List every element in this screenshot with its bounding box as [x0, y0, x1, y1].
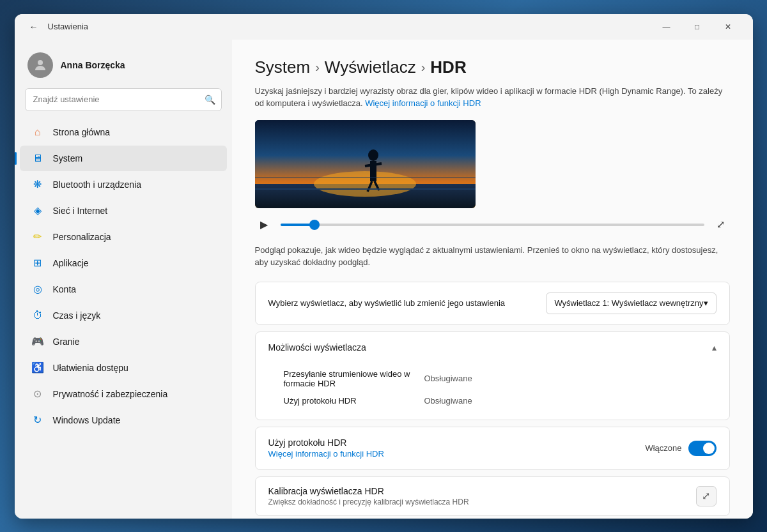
calibration-external-link[interactable]: ⤢	[696, 486, 717, 506]
search-icon: 🔍	[205, 95, 215, 105]
breadcrumb-system: System	[255, 57, 311, 77]
sidebar-item-time[interactable]: ⏱Czas i język	[20, 303, 227, 328]
privacy-icon: ⊙	[30, 386, 45, 402]
gaming-icon: 🎮	[30, 334, 45, 349]
sidebar-item-home[interactable]: ⌂Strona główna	[20, 119, 227, 145]
sidebar-item-label-system: System	[53, 153, 83, 163]
sidebar-item-label-personalization: Personalizacja	[53, 232, 111, 242]
capability-row: Użyj protokołu HDRObsługiwane	[268, 392, 717, 409]
capability-row: Przesyłanie strumieniowe wideo w formaci…	[268, 365, 717, 392]
settings-window: ← Ustawienia — □ ✕ Anna Borzęcka 🔍	[15, 14, 753, 519]
titlebar-controls: — □ ✕	[652, 17, 743, 37]
display-selector-card: Wybierz wyświetlacz, aby wyświetlić lub …	[255, 282, 730, 325]
sidebar-item-label-gaming: Granie	[53, 337, 80, 347]
calibration-title: Kalibracja wyświetlacza HDR	[268, 486, 696, 496]
calibration-desc: Zwiększ dokładność i precyzję kalibracji…	[268, 498, 696, 506]
search-box: 🔍	[25, 88, 222, 111]
toggle-info: Użyj protokołu HDR Więcej informacji o f…	[268, 437, 646, 459]
minimize-button[interactable]: —	[652, 17, 681, 37]
sidebar-item-personalization[interactable]: ✏Personalizacja	[20, 224, 227, 250]
titlebar-title: Ustawienia	[48, 22, 89, 31]
breadcrumb-display: Wyświetlacz	[325, 57, 416, 77]
capabilities-header[interactable]: Możliwości wyświetlacza ▴	[256, 332, 729, 363]
sidebar-item-label-home: Strona główna	[53, 127, 111, 137]
sidebar-item-label-apps: Aplikacje	[53, 258, 89, 268]
nav-list: ⌂Strona główna🖥System❋Bluetooth i urządz…	[15, 119, 232, 434]
titlebar: ← Ustawienia — □ ✕	[15, 14, 753, 40]
dropdown-chevron: ▾	[704, 298, 708, 308]
sidebar: Anna Borzęcka 🔍 ⌂Strona główna🖥System❋Bl…	[15, 40, 232, 519]
sidebar-item-label-update: Windows Update	[53, 415, 121, 425]
fullscreen-button[interactable]: ⤢	[712, 216, 730, 234]
sidebar-item-label-network: Sieć i Internet	[53, 206, 108, 216]
sidebar-item-privacy[interactable]: ⊙Prywatność i zabezpieczenia	[20, 381, 227, 407]
page-description: Uzyskaj jaśniejszy i bardziej wyrazisty …	[255, 85, 730, 110]
main-content: System › Wyświetlacz › HDR Uzyskaj jaśni…	[232, 40, 753, 519]
hdr-info-link[interactable]: Więcej informacji o funkcji HDR	[365, 98, 481, 108]
calibration-card: Kalibracja wyświetlacza HDR Zwiększ dokł…	[255, 476, 730, 516]
personalization-icon: ✏	[30, 229, 45, 245]
maximize-button[interactable]: □	[683, 17, 712, 37]
sidebar-item-network[interactable]: ◈Sieć i Internet	[20, 198, 227, 224]
sidebar-item-label-bluetooth: Bluetooth i urządzenia	[53, 179, 142, 190]
svg-point-3	[314, 171, 416, 197]
video-preview	[255, 120, 476, 208]
capability-label: Użyj protokołu HDR	[284, 396, 424, 406]
sidebar-item-gaming[interactable]: 🎮Granie	[20, 329, 227, 354]
username: Anna Borzęcka	[61, 60, 125, 70]
capabilities-chevron: ▴	[712, 342, 717, 353]
sidebar-item-accounts[interactable]: ◎Konta	[20, 277, 227, 302]
sidebar-item-accessibility[interactable]: ♿Ułatwienia dostępu	[20, 355, 227, 381]
breadcrumb-sep-2: ›	[421, 60, 426, 75]
close-button[interactable]: ✕	[713, 17, 743, 37]
sidebar-item-label-accessibility: Ułatwienia dostępu	[53, 363, 128, 373]
system-icon: 🖥	[30, 151, 45, 166]
capabilities-section: Przesyłanie strumieniowe wideo w formaci…	[256, 363, 729, 420]
content-area: Anna Borzęcka 🔍 ⌂Strona główna🖥System❋Bl…	[15, 40, 753, 519]
capability-label: Przesyłanie strumieniowe wideo w formaci…	[284, 369, 424, 388]
display-selector: Wybierz wyświetlacz, aby wyświetlić lub …	[256, 282, 729, 324]
breadcrumb-hdr: HDR	[430, 57, 466, 77]
video-slider-thumb[interactable]	[309, 220, 320, 230]
toggle-right: Włączone	[645, 441, 716, 456]
display-select-dropdown[interactable]: Wyświetlacz 1: Wyświetlacz wewnętrzny ▾	[546, 293, 716, 314]
capabilities-title: Możliwości wyświetlacza	[268, 342, 712, 353]
sidebar-item-update[interactable]: ↻Windows Update	[20, 407, 227, 433]
apps-icon: ⊞	[30, 255, 45, 271]
search-input[interactable]	[25, 88, 222, 111]
play-button[interactable]: ▶	[255, 216, 273, 234]
video-slider-fill	[281, 224, 314, 226]
capability-value: Obsługiwane	[424, 374, 472, 383]
hdr-toggle-link[interactable]: Więcej informacji o funkcji HDR	[268, 449, 384, 459]
hdr-toggle-card: Użyj protokołu HDR Więcej informacji o f…	[255, 427, 730, 470]
sidebar-item-apps[interactable]: ⊞Aplikacje	[20, 250, 227, 276]
update-icon: ↻	[30, 413, 45, 428]
back-button[interactable]: ←	[25, 18, 43, 36]
sidebar-item-label-time: Czas i język	[53, 310, 101, 321]
breadcrumb: System › Wyświetlacz › HDR	[255, 57, 730, 77]
network-icon: ◈	[30, 203, 45, 218]
user-profile: Anna Borzęcka	[15, 45, 232, 88]
bluetooth-icon: ❋	[30, 177, 45, 192]
sidebar-item-system[interactable]: 🖥System	[20, 146, 227, 171]
home-icon: ⌂	[30, 125, 45, 140]
capability-value: Obsługiwane	[424, 396, 472, 406]
sidebar-item-label-accounts: Konta	[53, 284, 77, 294]
avatar	[27, 52, 53, 78]
sidebar-item-label-privacy: Prywatność i zabezpieczenia	[53, 389, 168, 399]
calibration-row: Kalibracja wyświetlacza HDR Zwiększ dokł…	[256, 477, 729, 515]
video-slider[interactable]	[281, 224, 704, 226]
svg-point-0	[38, 60, 43, 65]
hdr-toggle-switch[interactable]	[688, 441, 717, 456]
time-icon: ⏱	[30, 308, 45, 323]
display-selector-label: Wybierz wyświetlacz, aby wyświetlić lub …	[268, 298, 536, 308]
hdr-toggle-row: Użyj protokołu HDR Więcej informacji o f…	[256, 427, 729, 469]
sidebar-item-bluetooth[interactable]: ❋Bluetooth i urządzenia	[20, 172, 227, 197]
toggle-title: Użyj protokołu HDR	[268, 437, 646, 448]
svg-point-4	[368, 149, 378, 161]
video-controls: ▶ ⤢	[255, 216, 730, 234]
calibration-info: Kalibracja wyświetlacza HDR Zwiększ dokł…	[268, 486, 696, 506]
accounts-icon: ◎	[30, 282, 45, 297]
breadcrumb-sep-1: ›	[315, 60, 320, 75]
accessibility-icon: ♿	[30, 360, 45, 376]
